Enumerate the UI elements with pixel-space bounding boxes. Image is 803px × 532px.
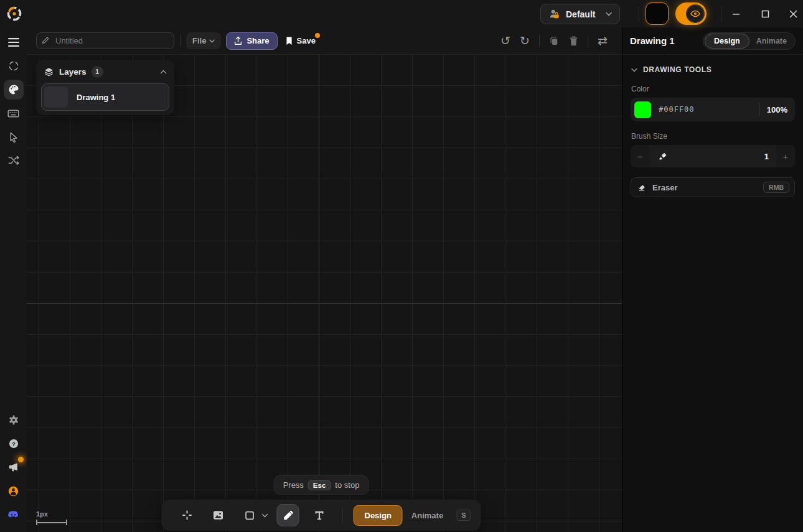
save-button[interactable]: Save [285,32,316,50]
layer-name: Drawing 1 [77,93,115,102]
shortcut-badge: S [456,510,471,521]
top-bar: Default [0,0,803,27]
unsaved-changes-dot [315,33,320,38]
text-tool-button[interactable] [308,504,331,526]
divider [180,35,181,47]
keyboard-tool-icon[interactable] [4,103,24,123]
right-mouse-button-badge: RMB [763,182,789,193]
layers-title: Layers [59,67,87,77]
brush-color-swatch[interactable] [634,101,651,118]
pencil-tool-button[interactable] [277,504,299,526]
swap-button[interactable]: ⇄ [596,34,609,48]
edit-pencil-icon [42,36,50,44]
app-logo-icon[interactable] [5,4,24,23]
scale-bar [36,520,67,525]
file-menu-button[interactable]: File [186,32,221,49]
file-menu-label: File [192,36,206,45]
brush-size-value[interactable]: 1 [764,152,776,161]
tooltip-suffix: to stop [335,480,359,490]
divider [342,507,343,523]
svg-text:?: ? [12,441,16,447]
tab-design[interactable]: Design [705,34,749,49]
animate-mode-button[interactable]: Animate [403,505,452,526]
undo-button[interactable]: ↺ [499,34,512,48]
layers-count-badge: 1 [92,66,103,78]
section-title: DRAWING TOOLS [643,65,711,74]
chevron-down-icon[interactable] [262,513,268,518]
preview-toggle[interactable] [675,2,707,25]
minimize-button[interactable] [726,5,745,22]
layers-panel: Layers 1 Drawing 1 [36,60,174,115]
announcements-icon[interactable] [4,457,24,477]
shape-tool-button[interactable] [238,504,261,526]
canvas-center-vertical-line [319,27,319,532]
tab-animate[interactable]: Animate [749,37,794,45]
upload-icon [234,36,242,45]
shape-tool-group [238,504,268,526]
share-button[interactable]: Share [226,32,277,50]
layers-panel-header[interactable]: Layers 1 [36,60,174,83]
color-hex-value[interactable]: #00FF00 [659,105,695,114]
settings-icon[interactable] [4,410,24,430]
eraser-icon [637,183,647,192]
divider [639,6,639,21]
escape-tooltip: Press Esc to stop [274,475,369,495]
project-title-input[interactable] [36,32,174,49]
eye-icon [686,4,705,23]
brush-size-stepper: − 1 + [631,145,795,167]
layer-item[interactable]: Drawing 1 [41,83,169,111]
workspace-label: Default [566,9,595,19]
chevron-down-icon [606,12,612,16]
duplicate-button[interactable] [547,34,561,48]
eraser-button[interactable]: Eraser RMB [631,177,795,197]
selected-layer-title: Drawing 1 [630,35,675,46]
chevron-down-icon [631,68,637,72]
background-color-swatch[interactable] [646,2,669,25]
user-lock-icon [548,8,560,20]
scale-label: 1px [36,510,67,518]
scale-indicator: 1px [36,510,67,525]
project-title-field[interactable] [36,32,174,49]
notification-dot [18,457,24,462]
canvas[interactable]: File Share Save ↺ ↻ [27,27,622,532]
save-label: Save [297,36,316,45]
color-label: Color [631,85,794,93]
tooltip-prefix: Press [283,480,304,490]
layers-icon [44,67,54,77]
share-label: Share [247,36,269,45]
delete-button[interactable] [566,34,580,48]
discord-icon[interactable] [4,505,24,525]
drawing-tool-icon[interactable] [4,80,24,100]
shuffle-tool-icon[interactable] [4,151,24,170]
chevron-down-icon [209,39,215,43]
bottom-toolbar: Design Animate S [162,500,481,531]
chevron-up-icon[interactable] [160,70,167,74]
brush-icon [649,151,677,162]
redo-button[interactable]: ↻ [518,34,532,48]
drawing-tools-section-header[interactable]: DRAWING TOOLS [631,65,794,74]
close-button[interactable] [784,5,802,22]
properties-header: Drawing 1 Design Animate [622,27,803,55]
cursor-tool-icon[interactable] [4,127,24,147]
target-tool-icon[interactable] [4,56,24,76]
properties-panel: Drawing 1 Design Animate DRAWING TOOLS C… [622,27,803,532]
esc-key-badge: Esc [308,480,331,490]
divider [721,6,721,21]
menu-icon[interactable] [4,32,24,52]
color-opacity-value[interactable]: 100% [767,105,787,114]
brush-size-label: Brush Size [631,132,794,141]
brush-size-decrease-button[interactable]: − [631,145,649,167]
eraser-label: Eraser [652,183,677,192]
maximize-button[interactable] [756,5,774,22]
design-mode-button[interactable]: Design [354,505,403,526]
help-icon[interactable]: ? [4,434,24,454]
left-sidebar: ? [0,27,27,532]
brush-size-increase-button[interactable]: + [776,145,795,167]
move-tool-button[interactable] [176,504,199,526]
image-tool-button[interactable] [207,504,230,526]
affiliate-icon[interactable] [4,481,24,501]
color-row: #00FF00 100% [631,98,795,121]
layer-thumbnail [44,86,68,108]
workspace-dropdown[interactable]: Default [540,4,620,24]
design-animate-toggle: Design Animate [703,32,796,50]
